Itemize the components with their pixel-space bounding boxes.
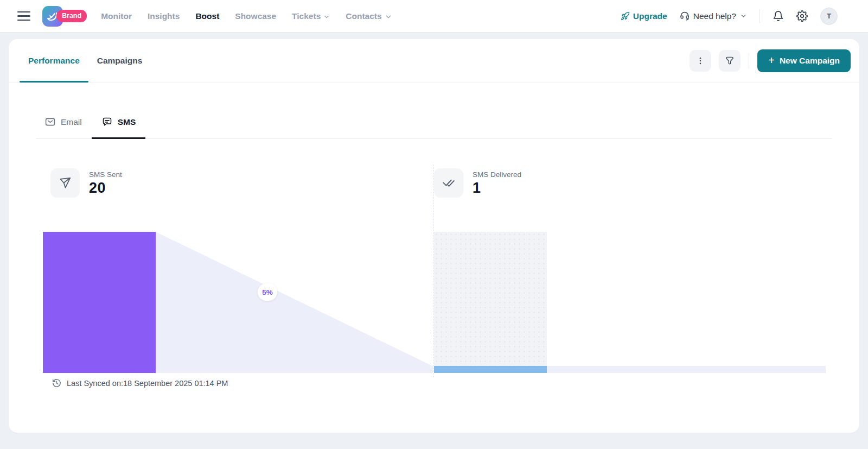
tab-performance[interactable]: Performance: [20, 39, 88, 82]
double-check-icon: [434, 168, 463, 198]
email-envelope-icon: [44, 116, 56, 128]
tab-sms-label: SMS: [118, 117, 136, 127]
sms-sent-label: SMS Sent: [89, 170, 122, 179]
nav-item-insights[interactable]: Insights: [148, 11, 180, 21]
sms-delivered-track: [434, 232, 547, 366]
main-tabs: Performance Campaigns: [20, 39, 151, 82]
kebab-menu-icon: [695, 56, 705, 66]
need-help-menu[interactable]: Need help?: [680, 11, 747, 21]
sms-sent-text: SMS Sent 20: [89, 170, 122, 195]
sms-delivered-value: 1: [473, 181, 521, 195]
sms-delivered-text: SMS Delivered 1: [473, 170, 521, 195]
sms-funnel-chart: SMS Sent 20 SMS Delivered 1 5%: [43, 168, 826, 373]
avatar-initial: T: [827, 12, 831, 20]
sms-delivered-stat: SMS Delivered 1: [434, 168, 521, 198]
nav-item-monitor[interactable]: Monitor: [101, 11, 132, 21]
gear-icon: [796, 10, 808, 22]
boost-performance-card: Performance Campaigns + New Campaign: [9, 39, 859, 433]
hamburger-menu-icon[interactable]: [17, 11, 30, 21]
actions-divider: [749, 53, 749, 69]
card-header: Performance Campaigns + New Campaign: [9, 39, 859, 83]
rocket-icon: [621, 11, 630, 21]
funnel-tail-strip: [547, 366, 826, 373]
upgrade-label: Upgrade: [633, 11, 667, 21]
user-avatar[interactable]: T: [820, 8, 838, 25]
need-help-label: Need help?: [693, 11, 736, 21]
tab-email[interactable]: Email: [36, 110, 92, 138]
last-synced-row: Last Synced on:18 September 2025 01:14 P…: [52, 378, 859, 388]
sms-sent-value: 20: [89, 181, 122, 195]
plus-icon: +: [768, 55, 775, 66]
top-navbar: Brand Monitor Insights Boost Showcase Ti…: [0, 0, 868, 33]
send-icon: [50, 168, 80, 198]
filter-button[interactable]: [719, 50, 741, 72]
more-options-kebab-button[interactable]: [690, 50, 711, 72]
tab-email-label: Email: [61, 117, 82, 127]
main-navigation: Monitor Insights Boost Showcase Tickets …: [101, 11, 392, 21]
channel-tabs: Email SMS: [36, 110, 832, 139]
chevron-down-icon: [385, 13, 392, 21]
sms-bubble-icon: [101, 116, 113, 128]
nav-item-contacts[interactable]: Contacts: [346, 11, 392, 21]
filter-funnel-icon: [724, 55, 735, 66]
nav-item-boost[interactable]: Boost: [195, 11, 219, 21]
header-actions: + New Campaign: [690, 39, 851, 82]
headset-icon: [680, 11, 690, 21]
chevron-down-icon: [323, 14, 330, 20]
brand-logo[interactable]: Brand: [42, 6, 87, 27]
navbar-divider: [760, 9, 760, 23]
nav-item-contacts-label: Contacts: [346, 11, 381, 21]
navbar-right-group: Upgrade Need help? T: [621, 8, 838, 25]
sms-sent-bar[interactable]: [43, 232, 156, 373]
sms-sent-stat: SMS Sent 20: [50, 168, 122, 198]
brand-badge: Brand: [56, 10, 87, 22]
new-campaign-label: New Campaign: [780, 56, 840, 66]
bell-icon: [773, 10, 784, 22]
conversion-rate-badge: 5%: [258, 283, 277, 301]
last-synced-text: Last Synced on:18 September 2025 01:14 P…: [67, 379, 228, 388]
clock-history-icon: [52, 378, 62, 388]
tab-sms[interactable]: SMS: [92, 110, 146, 138]
nav-item-showcase[interactable]: Showcase: [235, 11, 276, 21]
new-campaign-button[interactable]: + New Campaign: [757, 49, 851, 72]
sms-delivered-bar[interactable]: [434, 366, 547, 373]
nav-item-tickets[interactable]: Tickets: [292, 11, 330, 21]
settings-gear-button[interactable]: [796, 10, 808, 22]
tab-campaigns[interactable]: Campaigns: [88, 39, 151, 82]
stage-divider-dashed-line: [433, 165, 433, 377]
sms-delivered-label: SMS Delivered: [473, 170, 521, 179]
nav-item-tickets-label: Tickets: [292, 11, 321, 21]
upgrade-link[interactable]: Upgrade: [621, 11, 667, 21]
chevron-down-icon: [740, 12, 747, 20]
notifications-bell-button[interactable]: [773, 10, 784, 22]
funnel-connector-shape: [156, 232, 433, 373]
